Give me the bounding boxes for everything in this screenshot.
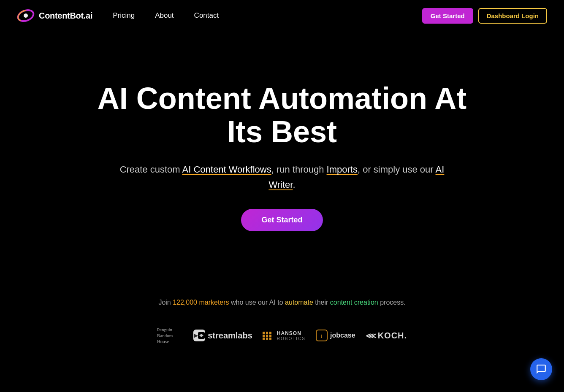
logo-penguin: Penguin Random House: [157, 327, 173, 345]
nav-right: Get Started Dashboard Login: [422, 8, 547, 24]
hero-section: AI Content Automation At Its Best Create…: [0, 31, 564, 290]
hero-link-imports[interactable]: Imports: [327, 164, 358, 175]
streamlabs-icon: [193, 330, 205, 341]
dashboard-login-button[interactable]: Dashboard Login: [478, 8, 547, 24]
hero-subtitle: Create custom AI Content Workflows, run …: [117, 162, 447, 192]
logo-link[interactable]: ContentBot.ai: [17, 7, 92, 24]
logo-koch: ⋘KOCH.: [366, 331, 407, 341]
social-proof-text: Join 122,000 marketers who use our AI to…: [158, 299, 405, 306]
nav-link-about[interactable]: About: [155, 11, 174, 19]
automate-word: automate: [285, 299, 313, 306]
nav-item-about[interactable]: About: [155, 11, 174, 20]
hanson-text: HANSON ROBOTICS: [277, 330, 306, 341]
logo-jobcase: j jobcase: [316, 330, 355, 341]
content-creation-words: content creation: [330, 299, 378, 306]
logo-text: ContentBot.ai: [39, 11, 92, 21]
social-proof-section: Join 122,000 marketers who use our AI to…: [0, 290, 564, 362]
nav-link-pricing[interactable]: Pricing: [113, 11, 135, 19]
hero-link-workflows[interactable]: AI Content Workflows: [182, 164, 271, 175]
hero-title: AI Content Automation At Its Best: [92, 82, 472, 149]
koch-text: ⋘KOCH.: [366, 331, 407, 341]
chat-support-button[interactable]: [530, 358, 552, 380]
partner-logos: Penguin Random House streamlabs: [157, 327, 407, 345]
jobcase-icon: j: [316, 330, 328, 341]
hanson-grid: [263, 332, 272, 340]
nav-item-pricing[interactable]: Pricing: [113, 11, 135, 20]
marketer-count: 122,000 marketers: [173, 299, 229, 306]
svg-point-2: [24, 14, 28, 18]
streamlabs-text: streamlabs: [208, 331, 252, 341]
logo-divider-1: [183, 327, 183, 344]
nav-item-contact[interactable]: Contact: [194, 11, 219, 20]
chat-icon: [536, 364, 547, 375]
nav-links: Pricing About Contact: [113, 11, 219, 20]
logo-icon: [17, 7, 35, 24]
logo-streamlabs: streamlabs: [193, 330, 252, 341]
logo-hanson: HANSON ROBOTICS: [263, 330, 306, 341]
get-started-hero-button[interactable]: Get Started: [241, 209, 323, 231]
koch-icon: ⋘: [366, 331, 377, 341]
nav-link-contact[interactable]: Contact: [194, 11, 219, 19]
nav-left: ContentBot.ai Pricing About Contact: [17, 7, 219, 24]
streamlabs-symbol: [198, 332, 205, 339]
penguin-text: Penguin Random House: [157, 327, 173, 345]
jobcase-text: jobcase: [330, 332, 355, 339]
navbar: ContentBot.ai Pricing About Contact Get …: [0, 0, 564, 31]
get-started-nav-button[interactable]: Get Started: [422, 8, 473, 24]
